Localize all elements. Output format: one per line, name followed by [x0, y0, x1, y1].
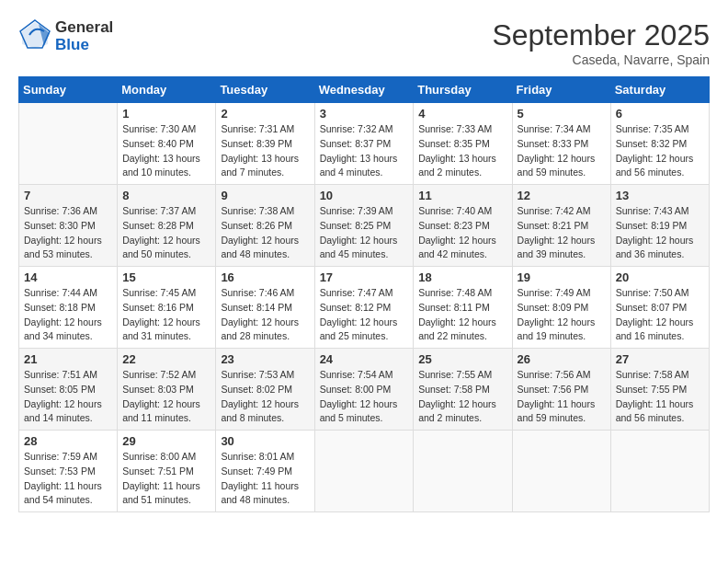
day-info: Sunrise: 7:31 AMSunset: 8:39 PMDaylight:… — [221, 122, 309, 180]
day-number: 22 — [122, 352, 210, 366]
day-info: Sunrise: 7:47 AMSunset: 8:12 PMDaylight:… — [320, 286, 409, 344]
logo-general: General — [55, 19, 113, 37]
calendar-week-row: 14Sunrise: 7:44 AMSunset: 8:18 PMDayligh… — [19, 267, 710, 349]
header-saturday: Saturday — [610, 77, 709, 103]
logo-image — [18, 18, 51, 55]
day-info: Sunrise: 7:49 AMSunset: 8:09 PMDaylight:… — [518, 286, 606, 344]
header-monday: Monday — [118, 77, 216, 103]
day-info: Sunrise: 7:45 AMSunset: 8:16 PMDaylight:… — [122, 286, 210, 344]
calendar-cell: 3Sunrise: 7:32 AMSunset: 8:37 PMDaylight… — [314, 103, 414, 185]
calendar-header-row: SundayMondayTuesdayWednesdayThursdayFrid… — [19, 77, 710, 103]
logo: General Blue — [18, 18, 113, 55]
day-number: 28 — [24, 434, 112, 448]
day-number: 17 — [320, 270, 409, 284]
day-info: Sunrise: 7:36 AMSunset: 8:30 PMDaylight:… — [24, 204, 112, 262]
calendar-cell: 11Sunrise: 7:40 AMSunset: 8:23 PMDayligh… — [414, 185, 512, 267]
day-number: 8 — [122, 189, 210, 202]
day-number: 7 — [24, 189, 112, 202]
day-info: Sunrise: 7:44 AMSunset: 8:18 PMDaylight:… — [24, 286, 112, 344]
header-sunday: Sunday — [19, 77, 118, 103]
calendar-cell — [19, 103, 118, 185]
location: Caseda, Navarre, Spain — [492, 52, 710, 67]
day-info: Sunrise: 8:00 AMSunset: 7:51 PMDaylight:… — [122, 450, 210, 508]
calendar-table: SundayMondayTuesdayWednesdayThursdayFrid… — [18, 76, 710, 512]
day-number: 1 — [122, 107, 210, 121]
header-friday: Friday — [512, 77, 610, 103]
calendar-cell: 9Sunrise: 7:38 AMSunset: 8:26 PMDaylight… — [216, 185, 314, 267]
calendar-cell: 25Sunrise: 7:55 AMSunset: 7:58 PMDayligh… — [414, 349, 512, 431]
day-number: 24 — [320, 352, 409, 366]
day-info: Sunrise: 8:01 AMSunset: 7:49 PMDaylight:… — [221, 450, 309, 508]
day-info: Sunrise: 7:30 AMSunset: 8:40 PMDaylight:… — [122, 122, 210, 180]
day-info: Sunrise: 7:56 AMSunset: 7:56 PMDaylight:… — [518, 368, 606, 426]
day-number: 14 — [24, 270, 112, 284]
day-number: 12 — [518, 189, 606, 202]
calendar-cell: 24Sunrise: 7:54 AMSunset: 8:00 PMDayligh… — [314, 349, 414, 431]
calendar-cell: 21Sunrise: 7:51 AMSunset: 8:05 PMDayligh… — [19, 349, 118, 431]
calendar-cell: 14Sunrise: 7:44 AMSunset: 8:18 PMDayligh… — [19, 267, 118, 349]
day-number: 23 — [221, 352, 309, 366]
day-info: Sunrise: 7:53 AMSunset: 8:02 PMDaylight:… — [221, 368, 309, 426]
day-number: 11 — [418, 189, 506, 202]
calendar-cell — [610, 431, 709, 512]
calendar-cell: 17Sunrise: 7:47 AMSunset: 8:12 PMDayligh… — [314, 267, 414, 349]
day-number: 25 — [418, 352, 506, 366]
calendar-cell: 1Sunrise: 7:30 AMSunset: 8:40 PMDaylight… — [118, 103, 216, 185]
day-info: Sunrise: 7:58 AMSunset: 7:55 PMDaylight:… — [616, 368, 704, 426]
calendar-cell: 2Sunrise: 7:31 AMSunset: 8:39 PMDaylight… — [216, 103, 314, 185]
calendar-week-row: 1Sunrise: 7:30 AMSunset: 8:40 PMDaylight… — [19, 103, 710, 185]
calendar-cell — [414, 431, 512, 512]
day-info: Sunrise: 7:51 AMSunset: 8:05 PMDaylight:… — [24, 368, 112, 426]
day-number: 19 — [518, 270, 606, 284]
header-thursday: Thursday — [414, 77, 512, 103]
calendar-cell: 7Sunrise: 7:36 AMSunset: 8:30 PMDaylight… — [19, 185, 118, 267]
calendar-cell: 29Sunrise: 8:00 AMSunset: 7:51 PMDayligh… — [118, 431, 216, 512]
day-number: 6 — [616, 107, 704, 121]
day-info: Sunrise: 7:38 AMSunset: 8:26 PMDaylight:… — [221, 204, 309, 262]
day-info: Sunrise: 7:52 AMSunset: 8:03 PMDaylight:… — [122, 368, 210, 426]
calendar-cell: 13Sunrise: 7:43 AMSunset: 8:19 PMDayligh… — [610, 185, 709, 267]
day-number: 27 — [616, 352, 704, 366]
calendar-cell: 19Sunrise: 7:49 AMSunset: 8:09 PMDayligh… — [512, 267, 610, 349]
day-number: 15 — [122, 270, 210, 284]
day-info: Sunrise: 7:50 AMSunset: 8:07 PMDaylight:… — [616, 286, 704, 344]
calendar-cell: 30Sunrise: 8:01 AMSunset: 7:49 PMDayligh… — [216, 431, 314, 512]
day-number: 16 — [221, 270, 309, 284]
header-tuesday: Tuesday — [216, 77, 314, 103]
day-number: 2 — [221, 107, 309, 121]
calendar-cell: 8Sunrise: 7:37 AMSunset: 8:28 PMDaylight… — [118, 185, 216, 267]
day-info: Sunrise: 7:54 AMSunset: 8:00 PMDaylight:… — [320, 368, 409, 426]
calendar-cell: 12Sunrise: 7:42 AMSunset: 8:21 PMDayligh… — [512, 185, 610, 267]
day-number: 4 — [418, 107, 506, 121]
calendar-cell: 26Sunrise: 7:56 AMSunset: 7:56 PMDayligh… — [512, 349, 610, 431]
day-info: Sunrise: 7:33 AMSunset: 8:35 PMDaylight:… — [418, 122, 506, 180]
day-number: 30 — [221, 434, 309, 448]
calendar-cell: 10Sunrise: 7:39 AMSunset: 8:25 PMDayligh… — [314, 185, 414, 267]
day-number: 20 — [616, 270, 704, 284]
day-info: Sunrise: 7:46 AMSunset: 8:14 PMDaylight:… — [221, 286, 309, 344]
day-info: Sunrise: 7:59 AMSunset: 7:53 PMDaylight:… — [24, 450, 112, 508]
logo-text: General Blue — [55, 19, 113, 53]
month-title: September 2025 — [492, 18, 710, 52]
day-info: Sunrise: 7:55 AMSunset: 7:58 PMDaylight:… — [418, 368, 506, 426]
calendar-cell: 6Sunrise: 7:35 AMSunset: 8:32 PMDaylight… — [610, 103, 709, 185]
title-block: September 2025 Caseda, Navarre, Spain — [492, 18, 710, 67]
day-info: Sunrise: 7:39 AMSunset: 8:25 PMDaylight:… — [320, 204, 409, 262]
day-number: 21 — [24, 352, 112, 366]
day-info: Sunrise: 7:37 AMSunset: 8:28 PMDaylight:… — [122, 204, 210, 262]
day-info: Sunrise: 7:42 AMSunset: 8:21 PMDaylight:… — [518, 204, 606, 262]
day-info: Sunrise: 7:34 AMSunset: 8:33 PMDaylight:… — [518, 122, 606, 180]
day-number: 13 — [616, 189, 704, 202]
calendar-cell: 22Sunrise: 7:52 AMSunset: 8:03 PMDayligh… — [118, 349, 216, 431]
day-number: 9 — [221, 189, 309, 202]
calendar-cell: 28Sunrise: 7:59 AMSunset: 7:53 PMDayligh… — [19, 431, 118, 512]
calendar-week-row: 7Sunrise: 7:36 AMSunset: 8:30 PMDaylight… — [19, 185, 710, 267]
calendar-cell: 15Sunrise: 7:45 AMSunset: 8:16 PMDayligh… — [118, 267, 216, 349]
day-number: 3 — [320, 107, 409, 121]
calendar-cell: 18Sunrise: 7:48 AMSunset: 8:11 PMDayligh… — [414, 267, 512, 349]
day-number: 29 — [122, 434, 210, 448]
day-info: Sunrise: 7:40 AMSunset: 8:23 PMDaylight:… — [418, 204, 506, 262]
calendar-cell — [314, 431, 414, 512]
day-info: Sunrise: 7:32 AMSunset: 8:37 PMDaylight:… — [320, 122, 409, 180]
calendar-cell: 16Sunrise: 7:46 AMSunset: 8:14 PMDayligh… — [216, 267, 314, 349]
